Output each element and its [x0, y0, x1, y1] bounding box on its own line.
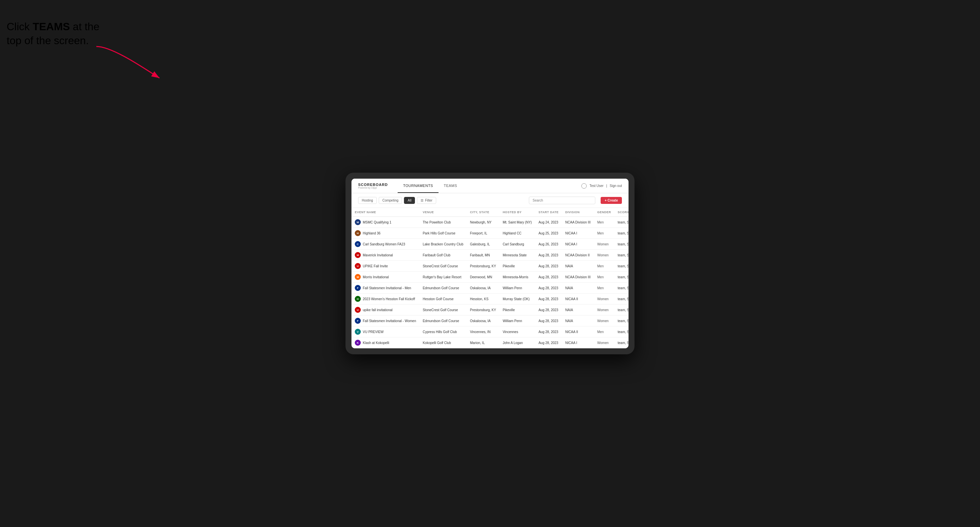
search-box: [529, 197, 595, 204]
search-input[interactable]: [529, 197, 595, 204]
cell-division: NICAA II: [562, 294, 594, 305]
cell-event-name: M Maverick Invitational: [352, 250, 419, 261]
filter-label: Filter: [425, 198, 432, 202]
cell-event-name: H Highland 36: [352, 228, 419, 239]
col-scoring: SCORING: [614, 208, 628, 217]
cell-event-name: V VU PREVIEW: [352, 326, 419, 337]
team-logo: H: [355, 230, 361, 236]
event-name-text: Fall Statesmen Invitational - Men: [363, 286, 411, 290]
team-logo: U: [355, 307, 361, 313]
table-row: U upike fall invitational StoneCrest Gol…: [352, 305, 628, 316]
cell-scoring: team, Stroke Play: [614, 294, 628, 305]
cell-gender: Men: [594, 283, 614, 294]
cell-city-state: Freeport, IL: [467, 228, 499, 239]
sign-out-link[interactable]: Sign out: [609, 184, 622, 187]
cell-venue: StoneCrest Golf Course: [419, 261, 466, 271]
nav-tournaments[interactable]: TOURNAMENTS: [398, 179, 438, 193]
table-row: M Maverick Invitational Faribault Golf C…: [352, 250, 628, 261]
cell-scoring: team, Stroke Play: [614, 283, 628, 294]
cell-start-date: Aug 28, 2023: [535, 294, 562, 305]
cell-city-state: Deerwood, MN: [467, 271, 499, 283]
cell-scoring: team, Stroke Play: [614, 271, 628, 283]
settings-icon[interactable]: [581, 183, 587, 189]
table-row: K Klash at Kokopelli Kokopelli Golf Club…: [352, 337, 628, 348]
logo-text: SCOREBOARD: [358, 183, 388, 187]
cell-venue: Park Hills Golf Course: [419, 228, 466, 239]
cell-gender: Women: [594, 250, 614, 261]
cell-venue: Edmundson Golf Course: [419, 316, 466, 326]
cell-scoring: team, Stroke Play: [614, 305, 628, 316]
col-hosted-by: HOSTED BY: [499, 208, 535, 217]
event-name-text: Carl Sandburg Women FA23: [363, 243, 405, 246]
cell-hosted-by: Pikeville: [499, 305, 535, 316]
cell-start-date: Aug 28, 2023: [535, 316, 562, 326]
filter-options-button[interactable]: ☰ Filter: [417, 197, 436, 204]
cell-venue: Hesston Golf Course: [419, 294, 466, 305]
cell-gender: Men: [594, 217, 614, 228]
table-row: V VU PREVIEW Cypress Hills Golf Club Vin…: [352, 326, 628, 337]
competing-filter-button[interactable]: Competing: [379, 197, 402, 204]
cell-scoring: team, Stroke Play: [614, 250, 628, 261]
cell-division: NCAA Division III: [562, 271, 594, 283]
cell-gender: Women: [594, 294, 614, 305]
table-row: H 2023 Women's Hesston Fall Kickoff Hess…: [352, 294, 628, 305]
cell-hosted-by: Murray State (OK): [499, 294, 535, 305]
col-city-state: CITY, STATE: [467, 208, 499, 217]
event-name-text: VU PREVIEW: [363, 330, 384, 334]
event-name-text: 2023 Women's Hesston Fall Kickoff: [363, 297, 415, 301]
cell-city-state: Vincennes, IN: [467, 326, 499, 337]
cell-scoring: team, Stroke Play: [614, 337, 628, 348]
nav-teams[interactable]: TEAMS: [439, 179, 463, 193]
create-button[interactable]: + Create: [601, 197, 622, 204]
cell-city-state: Oskaloosa, IA: [467, 283, 499, 294]
tournaments-table: EVENT NAME VENUE CITY, STATE HOSTED BY S…: [352, 208, 628, 348]
event-name-text: UPIKE Fall Invite: [363, 264, 388, 268]
cell-start-date: Aug 28, 2023: [535, 283, 562, 294]
app-logo: SCOREBOARD Powered by Clippi: [358, 183, 388, 189]
cell-hosted-by: Vincennes: [499, 326, 535, 337]
cell-venue: Ruttger's Bay Lake Resort: [419, 271, 466, 283]
cell-hosted-by: Minnesota-Morris: [499, 271, 535, 283]
table-row: U UPIKE Fall Invite StoneCrest Golf Cour…: [352, 261, 628, 271]
cell-gender: Women: [594, 337, 614, 348]
arrow-indicator: [93, 43, 166, 83]
col-venue: VENUE: [419, 208, 466, 217]
cell-hosted-by: Minnesota State: [499, 250, 535, 261]
cell-scoring: team, Stroke Play: [614, 261, 628, 271]
filter-icon: ☰: [420, 198, 423, 202]
table-row: F Fall Statesmen Invitational - Women Ed…: [352, 316, 628, 326]
team-logo: U: [355, 263, 361, 269]
table-header: EVENT NAME VENUE CITY, STATE HOSTED BY S…: [352, 208, 628, 217]
team-logo: F: [355, 318, 361, 324]
event-name-text: upike fall invitational: [363, 308, 393, 312]
cell-city-state: Hesston, KS: [467, 294, 499, 305]
all-filter-button[interactable]: All: [404, 197, 415, 204]
cell-start-date: Aug 28, 2023: [535, 271, 562, 283]
cell-division: NAIA: [562, 305, 594, 316]
logo-sub: Powered by Clippi: [358, 187, 388, 189]
cell-scoring: team, Stroke Play: [614, 217, 628, 228]
cell-gender: Women: [594, 239, 614, 250]
event-name-text: Maverick Invitational: [363, 253, 393, 257]
cell-event-name: F Fall Statesmen Invitational - Women: [352, 316, 419, 326]
cell-event-name: H 2023 Women's Hesston Fall Kickoff: [352, 294, 419, 305]
cell-hosted-by: Pikeville: [499, 261, 535, 271]
cell-gender: Men: [594, 261, 614, 271]
annotation-bold: TEAMS: [33, 21, 70, 33]
table-row: C Carl Sandburg Women FA23 Lake Bracken …: [352, 239, 628, 250]
cell-start-date: Aug 28, 2023: [535, 326, 562, 337]
cell-division: NAIA: [562, 316, 594, 326]
team-logo: F: [355, 285, 361, 291]
cell-venue: The Powelton Club: [419, 217, 466, 228]
event-name-text: Fall Statesmen Invitational - Women: [363, 319, 416, 323]
cell-event-name: M Morris Invitational: [352, 271, 419, 283]
tablet-device: SCOREBOARD Powered by Clippi TOURNAMENTS…: [345, 173, 635, 354]
cell-venue: Faribault Golf Club: [419, 250, 466, 261]
cell-event-name: U upike fall invitational: [352, 305, 419, 316]
hosting-filter-button[interactable]: Hosting: [358, 197, 377, 204]
cell-hosted-by: William Penn: [499, 283, 535, 294]
cell-event-name: K Klash at Kokopelli: [352, 337, 419, 348]
cell-division: NAIA: [562, 261, 594, 271]
cell-scoring: team, Stroke Play: [614, 228, 628, 239]
nav-items: TOURNAMENTS TEAMS: [398, 179, 463, 193]
